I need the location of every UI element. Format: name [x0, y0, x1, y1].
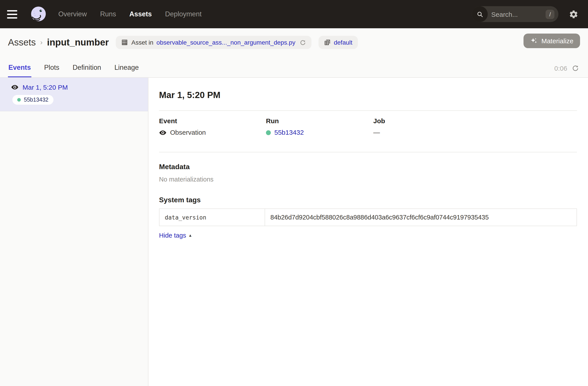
refresh-icon[interactable]	[572, 64, 579, 72]
tag-key-cell: data_version	[159, 209, 265, 226]
nav-item-assets[interactable]: Assets	[129, 10, 152, 18]
group-grid-icon	[324, 39, 331, 46]
metadata-heading: Metadata	[159, 162, 577, 172]
page-title: input_number	[47, 37, 109, 48]
caret-up-icon: ▲	[189, 233, 192, 238]
asset-file-link[interactable]: observable_source_ass..._non_argument_de…	[156, 39, 295, 46]
asset-header: Assets › input_number Asset in observabl…	[0, 28, 588, 57]
tab-events[interactable]: Events	[8, 64, 31, 77]
event-detail-title: Mar 1, 5:20 PM	[159, 89, 577, 101]
table-row: data_version 84b26d7d9204cbf588026c8a988…	[159, 209, 577, 226]
event-list-sidebar: Mar 1, 5:20 PM 55b13432	[0, 78, 148, 386]
observation-eye-icon	[11, 83, 19, 91]
metadata-empty-text: No materializations	[159, 175, 577, 184]
event-list-item[interactable]: Mar 1, 5:20 PM 55b13432	[0, 78, 148, 111]
run-id-chip-label: 55b13432	[24, 97, 48, 103]
tab-definition[interactable]: Definition	[72, 64, 102, 77]
observation-eye-icon	[159, 129, 167, 136]
app-root: Overview Runs Assets Deployment / Assets…	[0, 0, 588, 386]
sparkle-icon	[530, 37, 538, 45]
gear-icon[interactable]	[569, 9, 578, 19]
hide-tags-label: Hide tags	[159, 232, 186, 239]
nav-item-overview[interactable]: Overview	[58, 10, 87, 18]
job-value: —	[373, 128, 380, 137]
run-status-dot	[17, 98, 21, 102]
run-id-chip[interactable]: 55b13432	[12, 95, 53, 105]
primary-nav: Overview Runs Assets Deployment	[58, 10, 202, 18]
tab-lineage[interactable]: Lineage	[114, 64, 139, 77]
materialize-button[interactable]: Materialize	[524, 34, 580, 48]
asset-badge-prefix: Asset in	[131, 39, 153, 46]
dagster-logo[interactable]	[30, 6, 47, 22]
materialize-label: Materialize	[541, 37, 573, 45]
asset-definition-badge: Asset in observable_source_ass..._non_ar…	[116, 36, 312, 49]
asset-tabs-bar: Events Plots Definition Lineage 0:06	[0, 57, 588, 78]
group-default-link[interactable]: default	[334, 39, 352, 46]
hamburger-menu-icon[interactable]	[7, 7, 22, 22]
tab-plots[interactable]: Plots	[44, 64, 60, 77]
breadcrumb-chevron-icon: ›	[40, 39, 43, 46]
system-tags-heading: System tags	[159, 195, 577, 205]
tag-value-cell: 84b26d7d9204cbf588026c8a9886d403a6c9637c…	[265, 209, 577, 226]
global-search[interactable]: /	[472, 6, 558, 22]
reload-icon[interactable]	[299, 39, 306, 46]
event-timestamp-link[interactable]: Mar 1, 5:20 PM	[22, 83, 68, 91]
search-input[interactable]	[488, 10, 546, 18]
table-grid-icon	[121, 39, 128, 46]
top-navbar: Overview Runs Assets Deployment /	[0, 0, 588, 28]
breadcrumb-assets-link[interactable]: Assets	[8, 37, 36, 48]
event-column-label: Event	[159, 117, 266, 125]
run-status-dot	[266, 130, 271, 135]
event-detail-panel: Mar 1, 5:20 PM Event Observation	[148, 78, 588, 386]
divider	[159, 110, 577, 111]
divider	[159, 152, 577, 152]
job-column-label: Job	[373, 117, 577, 125]
refresh-timer: 0:06	[554, 64, 567, 72]
nav-item-deployment[interactable]: Deployment	[165, 10, 201, 18]
search-icon	[472, 6, 488, 22]
hide-tags-toggle[interactable]: Hide tags ▲	[159, 232, 192, 239]
search-shortcut-badge: /	[546, 9, 554, 19]
run-id-link[interactable]: 55b13432	[274, 128, 304, 137]
nav-item-runs[interactable]: Runs	[100, 10, 116, 18]
asset-group-badge[interactable]: default	[318, 36, 357, 49]
run-column-label: Run	[266, 117, 373, 125]
system-tags-table: data_version 84b26d7d9204cbf588026c8a988…	[159, 208, 577, 226]
event-type-value: Observation	[170, 128, 206, 137]
